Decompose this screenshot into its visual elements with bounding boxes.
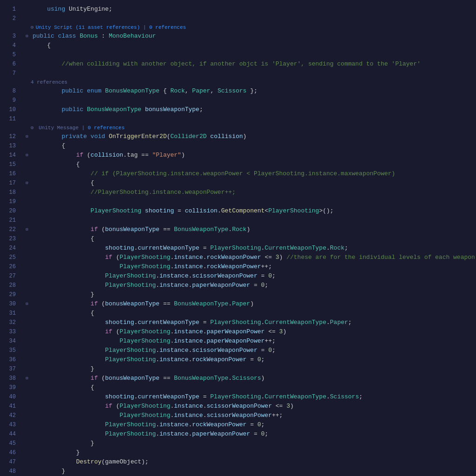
line-21: 21	[0, 216, 476, 225]
line-25: 25 if (PlayerShooting.instance.rockWeapo…	[0, 253, 476, 262]
line-26: 26 PlayerShooting.instance.rockWeaponPow…	[0, 262, 476, 271]
line-18: 18 //PlayerShooting.instance.weaponPower…	[0, 188, 476, 197]
line-34: 34 PlayerShooting.instance.paperWeaponPo…	[0, 337, 476, 346]
line-23: 23 {	[0, 234, 476, 244]
line-32: 32 shooting.currentWeaponType = PlayerSh…	[0, 318, 476, 327]
line-45: 45 }	[0, 439, 476, 448]
line-36: 36 PlayerShooting.instance.rockWeaponPow…	[0, 355, 476, 364]
line-16: 16 // if (PlayerShooting.instance.weapon…	[0, 169, 476, 178]
line-15: 15 {	[0, 160, 476, 169]
line-10: 10 public BonusWeaponType bonusWeaponTyp…	[0, 105, 476, 114]
line-13: 13 {	[0, 141, 476, 151]
line-8: 8 public enum BonusWeaponType { Rock, Pa…	[0, 86, 476, 96]
line-11: 11	[0, 114, 476, 124]
code-editor: 1 using UnityEngine; 2 ⊙Unity Script (11…	[0, 0, 476, 476]
line-27: 27 PlayerShooting.instance.scissorWeapon…	[0, 271, 476, 281]
line-42: 42 PlayerShooting.instance.scissorWeapon…	[0, 411, 476, 420]
line-31: 31 {	[0, 309, 476, 318]
line-4: 4 {	[0, 41, 476, 50]
line-44: 44 PlayerShooting.instance.paperWeaponPo…	[0, 430, 476, 439]
line-19: 19	[0, 197, 476, 206]
line-33: 33 if (PlayerShooting.instance.paperWeap…	[0, 327, 476, 337]
line-24: 24 shooting.currentWeaponType = PlayerSh…	[0, 244, 476, 253]
line-41: 41 if (PlayerShooting.instance.scissorWe…	[0, 402, 476, 411]
line-22: 22 ⊟ if (bonusWeaponType == BonusWeaponT…	[0, 225, 476, 234]
line-1: 1 using UnityEngine;	[0, 5, 476, 14]
line-20: 20 PlayerShooting shooting = collision.G…	[0, 206, 476, 216]
line-40: 40 shooting.currentWeaponType = PlayerSh…	[0, 392, 476, 402]
meta-unity-script: ⊙Unity Script (11 asset references) | 0 …	[0, 23, 476, 32]
line-5: 5	[0, 50, 476, 60]
line-39: 39 {	[0, 383, 476, 392]
line-14: 14 ⊟ if (collision.tag == "Player")	[0, 151, 476, 160]
line-9: 9	[0, 96, 476, 105]
line-6: 6 //when colliding with another object, …	[0, 60, 476, 69]
line-46: 46 }	[0, 448, 476, 457]
line-7: 7	[0, 69, 476, 78]
line-17: 17 ⊟ {	[0, 178, 476, 188]
line-3: 3 ⊟ public class Bonus : MonoBehaviour	[0, 32, 476, 41]
line-12: 12 ⊟ private void OnTriggerEnter2D(Colli…	[0, 132, 476, 141]
line-35: 35 PlayerShooting.instance.scissorWeapon…	[0, 346, 476, 355]
line-28: 28 PlayerShooting.instance.paperWeaponPo…	[0, 281, 476, 290]
line-29: 29 }	[0, 290, 476, 299]
line-43: 43 PlayerShooting.instance.rockWeaponPow…	[0, 420, 476, 430]
line-37: 37 }	[0, 364, 476, 374]
line-2: 2	[0, 14, 476, 23]
meta-4-references: 4 references	[0, 78, 476, 86]
line-38: 38 ⊟ if (bonusWeaponType == BonusWeaponT…	[0, 374, 476, 383]
meta-unity-message: ⊙ Unity Message | 0 references	[0, 124, 476, 132]
line-30: 30 ⊟ if (bonusWeaponType == BonusWeaponT…	[0, 299, 476, 309]
line-47: 47 Destroy(gameObject);	[0, 457, 476, 467]
line-48: 48 }	[0, 467, 476, 476]
